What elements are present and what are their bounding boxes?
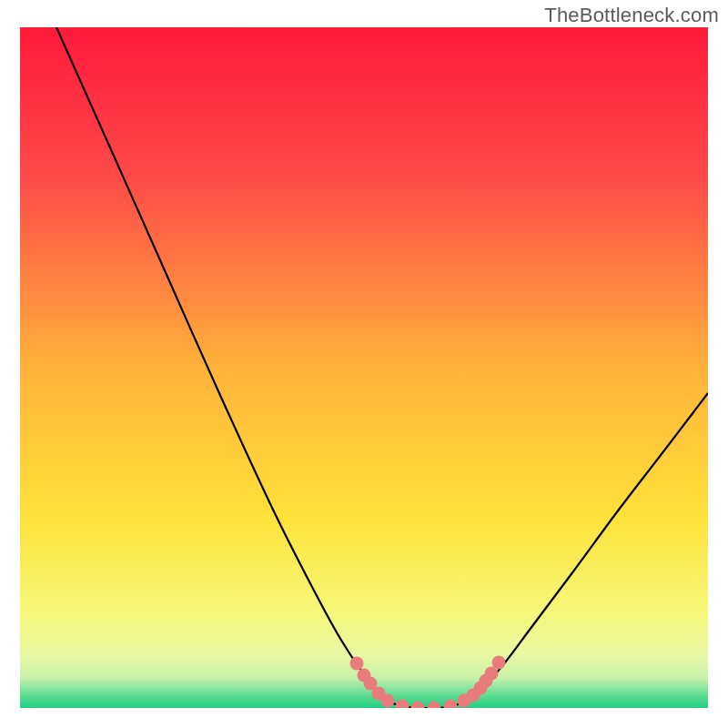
data-marker bbox=[381, 694, 395, 708]
gradient-background bbox=[20, 27, 708, 708]
data-marker bbox=[411, 702, 425, 715]
chart-svg bbox=[0, 0, 728, 728]
data-marker bbox=[350, 657, 364, 671]
data-marker bbox=[444, 700, 458, 713]
data-marker bbox=[492, 656, 506, 670]
data-marker bbox=[428, 702, 441, 715]
watermark-text: TheBottleneck.com bbox=[544, 4, 719, 27]
data-marker bbox=[396, 700, 410, 713]
chart-container: TheBottleneck.com bbox=[0, 0, 728, 728]
